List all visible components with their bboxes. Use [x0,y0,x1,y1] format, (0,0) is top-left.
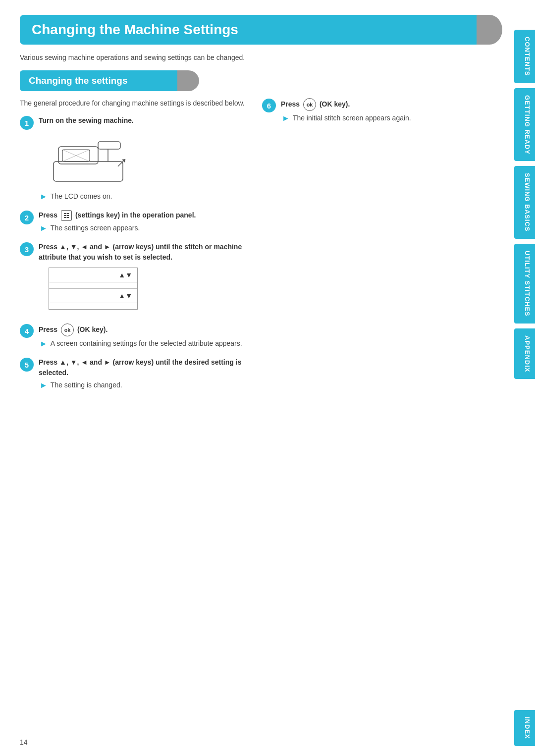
step-1-note: ► The LCD comes on. [40,192,247,201]
step-5-content: Press ▲, ▼, ◄ and ► (arrow keys) until t… [39,357,247,390]
ok-key-6: ok [303,98,316,111]
step-num-2: 2 [20,211,34,224]
sidebar-tab-index[interactable]: INDEX [514,710,535,746]
two-col-layout: The general procedure for changing machi… [20,98,489,399]
step-3: 3 Press ▲, ▼, ◄ and ► (arrow keys) until… [20,242,247,315]
step-1-content: Turn on the sewing machine. [39,115,247,201]
step-6-content: Press ok (OK key). ► The initial stitch … [281,98,489,123]
svg-rect-0 [54,162,123,181]
step-num-3: 3 [20,242,34,256]
step-num-5: 5 [20,358,34,372]
sidebar-tab-appendix[interactable]: APPENDIX [514,328,535,379]
settings-screen-illustration: ▲▼ ▲▼ [49,268,138,310]
machine-illustration [49,132,128,186]
step-5-note-text: The setting is changed. [51,381,122,389]
sidebar-tab-getting-ready-label: GETTING READY [524,95,531,155]
title-banner: Changing the Machine Settings [20,15,489,45]
sidebar-tab-contents[interactable]: CONTENTS [514,30,535,83]
intro-text: Various sewing machine operations and se… [20,54,466,61]
sidebar-tab-sewing-basics-label: SEWING BASICS [524,173,531,231]
sidebar-tab-utility-stitches-label: UTILITY STITCHES [524,251,531,317]
step-1: 1 Turn on the sewing machine. [20,115,247,201]
step-num-1: 1 [20,116,34,130]
step-4-note-text: A screen containing settings for the sel… [51,339,242,347]
step-5-instruction: Press ▲, ▼, ◄ and ► (arrow keys) until t… [39,357,247,378]
step-2-instruction: Press ☷ (settings key) in the operation … [39,210,247,221]
sidebar-tab-contents-label: CONTENTS [524,37,531,76]
step-6-note-text: The initial stitch screen appears again. [293,114,411,122]
step-1-arrow: ► [40,192,48,201]
settings-row-3: ▲▼ [49,289,137,303]
main-content: Changing the Machine Settings Various se… [0,0,509,419]
step-5-arrow: ► [40,381,48,390]
sidebar: CONTENTS GETTING READY SEWING BASICS UTI… [509,0,535,756]
step-num-4: 4 [20,324,34,338]
step-3-instruction: Press ▲, ▼, ◄ and ► (arrow keys) until t… [39,242,247,263]
step-1-note-text: The LCD comes on. [51,192,112,200]
section-title: Changing the settings [29,75,128,86]
page-number: 14 [20,738,28,746]
section-heading: Changing the settings [20,70,188,91]
sidebar-tab-index-label: INDEX [524,717,531,739]
step-5: 5 Press ▲, ▼, ◄ and ► (arrow keys) until… [20,357,247,390]
svg-rect-5 [98,142,120,149]
step-4-arrow: ► [40,339,48,348]
step-1-instruction: Turn on the sewing machine. [39,115,247,126]
section-description: The general procedure for changing machi… [20,98,247,108]
settings-key-icon: ☷ [61,210,72,221]
step-3-content: Press ▲, ▼, ◄ and ► (arrow keys) until t… [39,242,247,315]
step-6: 6 Press ok (OK key). ► The initial stitc… [262,98,489,123]
step-2-arrow: ► [40,224,48,233]
settings-row-2 [49,282,137,289]
step-2-note-text: The settings screen appears. [51,224,140,232]
step-4: 4 Press ok (OK key). ► A screen containi… [20,324,247,348]
sidebar-tab-getting-ready[interactable]: GETTING READY [514,88,535,162]
right-column: 6 Press ok (OK key). ► The initial stitc… [262,98,489,399]
step-6-arrow: ► [282,114,290,123]
step-2-content: Press ☷ (settings key) in the operation … [39,210,247,233]
settings-row-1-arrows: ▲▼ [118,271,132,279]
step-2: 2 Press ☷ (settings key) in the operatio… [20,210,247,233]
step-4-note: ► A screen containing settings for the s… [40,339,247,348]
page-title: Changing the Machine Settings [32,22,238,38]
step-num-6: 6 [262,99,276,112]
sidebar-tab-appendix-label: APPENDIX [524,335,531,372]
step-5-note: ► The setting is changed. [40,381,247,390]
sidebar-tab-utility-stitches[interactable]: UTILITY STITCHES [514,244,535,324]
ok-key-4: ok [61,324,74,336]
settings-row-4 [49,303,137,309]
step-2-note: ► The settings screen appears. [40,224,247,233]
left-column: The general procedure for changing machi… [20,98,247,399]
sidebar-tab-sewing-basics[interactable]: SEWING BASICS [514,166,535,238]
step-6-instruction: Press ok (OK key). [281,98,489,111]
settings-row-3-arrows: ▲▼ [118,292,132,300]
settings-row-1: ▲▼ [49,268,137,282]
step-4-content: Press ok (OK key). ► A screen containing… [39,324,247,348]
step-6-note: ► The initial stitch screen appears agai… [282,114,489,123]
step-4-instruction: Press ok (OK key). [39,324,247,336]
